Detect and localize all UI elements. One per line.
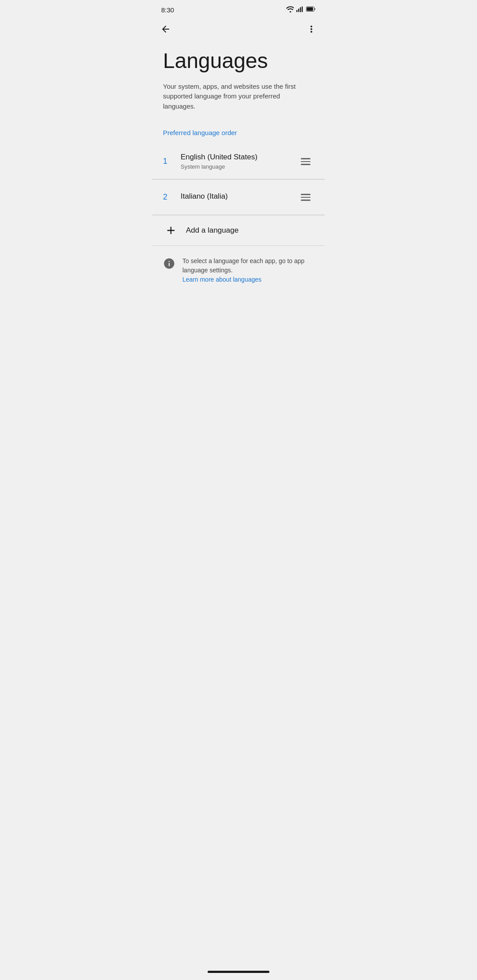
add-language-label: Add a language [186,226,238,235]
language-name-2: Italiano (Italia) [181,192,294,201]
language-list: 1 English (United States) System languag… [152,144,325,245]
info-icon [163,257,175,270]
battery-icon [306,6,316,13]
toolbar [152,18,325,41]
language-subtitle-1: System language [181,163,294,170]
info-text: To select a language for each app, go to… [182,256,314,284]
wifi-icon [286,6,294,14]
svg-rect-4 [302,6,303,12]
language-info-1: English (United States) System language [177,146,297,177]
svg-rect-2 [298,8,299,12]
preferred-section-header: Preferred language order [152,118,325,140]
svg-rect-6 [307,8,313,11]
drag-handle-2[interactable] [297,190,314,204]
plus-icon [165,224,177,237]
status-bar: 8:30 [152,0,325,18]
status-time: 8:30 [161,6,174,14]
language-number-2: 2 [163,192,177,202]
back-arrow-icon [160,24,171,34]
preferred-section-title[interactable]: Preferred language order [163,129,237,136]
svg-rect-1 [296,10,297,12]
page-description: Your system, apps, and websites use the … [163,82,314,112]
language-item-1[interactable]: 1 English (United States) System languag… [152,144,325,179]
language-name-1: English (United States) [181,153,294,162]
add-language-icon [163,222,179,238]
language-item-2[interactable]: 2 Italiano (Italia) [152,180,325,215]
page-header: Languages Your system, apps, and website… [152,41,325,118]
language-number-1: 1 [163,157,177,166]
more-options-button[interactable] [302,19,321,39]
status-icons [286,6,316,14]
back-button[interactable] [156,19,175,39]
signal-icon [296,6,303,14]
language-info-2: Italiano (Italia) [177,185,297,210]
svg-point-0 [290,11,292,12]
more-vert-icon [306,24,317,34]
info-section: To select a language for each app, go to… [152,246,325,291]
learn-more-link[interactable]: Learn more about languages [182,276,261,283]
information-icon [163,257,175,270]
add-language-item[interactable]: Add a language [152,215,325,245]
info-body: To select a language for each app, go to… [182,257,304,274]
page-title: Languages [163,49,314,73]
drag-handle-1[interactable] [297,155,314,169]
svg-rect-3 [300,7,301,12]
